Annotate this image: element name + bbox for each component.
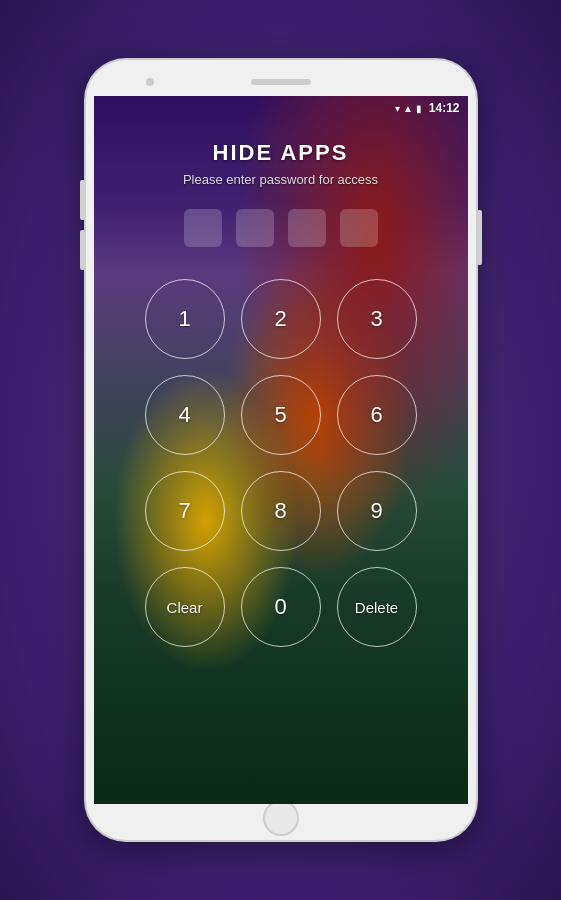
pin-dot-4 bbox=[340, 209, 378, 247]
vol-down-button[interactable] bbox=[80, 230, 85, 270]
key-delete[interactable]: Delete bbox=[337, 567, 417, 647]
key-8[interactable]: 8 bbox=[241, 471, 321, 551]
phone-frame: ▾ ▲ ▮ 14:12 HIDE APPS Please enter passw… bbox=[86, 60, 476, 840]
vol-up-button[interactable] bbox=[80, 180, 85, 220]
home-button[interactable] bbox=[263, 800, 299, 836]
key-0[interactable]: 0 bbox=[241, 567, 321, 647]
phone-screen: ▾ ▲ ▮ 14:12 HIDE APPS Please enter passw… bbox=[94, 96, 468, 804]
status-bar: ▾ ▲ ▮ 14:12 bbox=[94, 96, 468, 120]
speaker bbox=[251, 79, 311, 85]
key-4[interactable]: 4 bbox=[145, 375, 225, 455]
screen-title: HIDE APPS bbox=[213, 140, 349, 166]
front-camera bbox=[146, 78, 154, 86]
key-2[interactable]: 2 bbox=[241, 279, 321, 359]
wifi-icon: ▾ bbox=[395, 103, 400, 114]
phone-top-bar bbox=[94, 68, 468, 96]
status-time: 14:12 bbox=[429, 101, 460, 115]
status-icons: ▾ ▲ ▮ 14:12 bbox=[395, 101, 460, 115]
main-content: HIDE APPS Please enter password for acce… bbox=[94, 120, 468, 647]
pin-dot-3 bbox=[288, 209, 326, 247]
phone-bottom-bar bbox=[94, 804, 468, 832]
pin-dot-1 bbox=[184, 209, 222, 247]
key-6[interactable]: 6 bbox=[337, 375, 417, 455]
key-clear[interactable]: Clear bbox=[145, 567, 225, 647]
signal-icon: ▲ bbox=[403, 103, 413, 114]
key-1[interactable]: 1 bbox=[145, 279, 225, 359]
keypad: 123456789Clear0Delete bbox=[145, 279, 417, 647]
battery-icon: ▮ bbox=[416, 103, 422, 114]
key-7[interactable]: 7 bbox=[145, 471, 225, 551]
screen-subtitle: Please enter password for access bbox=[183, 172, 378, 187]
pin-dots-container bbox=[184, 209, 378, 247]
power-button[interactable] bbox=[477, 210, 482, 265]
key-3[interactable]: 3 bbox=[337, 279, 417, 359]
key-9[interactable]: 9 bbox=[337, 471, 417, 551]
key-5[interactable]: 5 bbox=[241, 375, 321, 455]
pin-dot-2 bbox=[236, 209, 274, 247]
